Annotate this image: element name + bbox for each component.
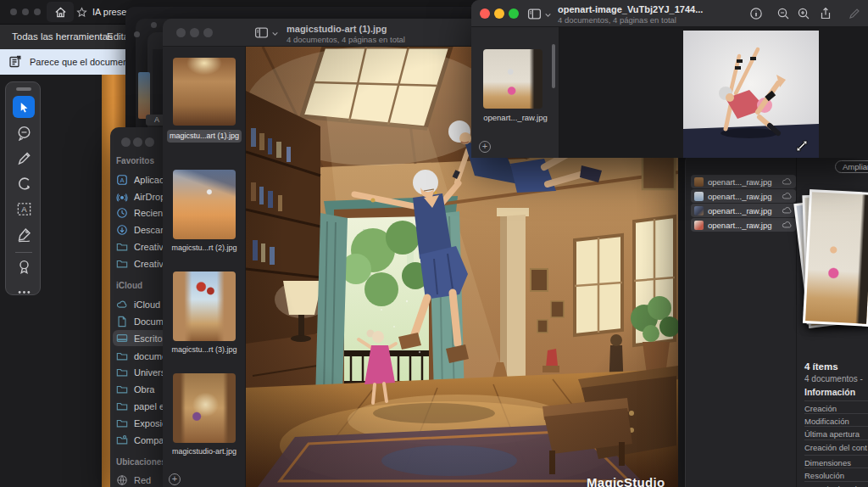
info-icon[interactable] [749,7,763,20]
file-name: openart..._raw.jpg [708,206,777,216]
info-row-creacion-contenido: Creación del cont [804,439,868,452]
comment-tool-button[interactable] [16,125,32,141]
preview-window-top: openart-image_VuTbj2YJ_1744... 4 documen… [471,0,868,158]
traffic-zoom-button[interactable] [203,28,213,37]
star-icon [76,7,87,18]
thumbnail-label[interactable]: magicstu...art (1).jpg [167,130,242,143]
stacked-photo [803,189,868,327]
zoom-out-icon[interactable] [776,7,790,20]
folder-icon [116,417,128,429]
traffic-close-button[interactable] [176,28,186,37]
traffic-close-button[interactable] [480,8,490,19]
document-icon [116,316,128,327]
folder-icon [116,383,128,395]
home-button[interactable] [47,2,74,22]
info-row-modificacion: Modificación [804,413,868,426]
thumbnail-image[interactable] [483,49,542,109]
file-name: openart..._raw.jpg [708,192,777,201]
thumbnail-image[interactable] [173,170,236,239]
add-page-button[interactable]: + [479,141,491,153]
sidebar-item-label: AirDrop [134,192,165,202]
info-row-dimensiones: Dimensiones [804,455,868,467]
desktop-icon [116,333,128,344]
cursor-arrow-icon [18,101,31,114]
info-row-creacion: Creación [804,400,868,413]
traffic-close-button[interactable] [10,8,17,15]
svg-text:A: A [120,176,124,183]
sidebar-section-ubicaciones: Ubicaciones [116,457,166,467]
icloud-status-icon [782,191,793,202]
resize-cursor-icon [795,139,809,153]
icloud-status-icon [782,176,793,188]
file-row[interactable]: openart..._raw.jpg [691,189,796,203]
traffic-minimize-button[interactable] [190,28,199,37]
preview-sidebar: magicstu...art (1).jpg magicstu...rt (2)… [163,47,246,487]
thumbnail-image[interactable] [173,271,236,341]
file-row[interactable]: openart..._raw.jpg [691,204,796,217]
file-thumbnail-icon [694,221,704,230]
chevron-down-icon[interactable] [544,11,552,19]
traffic-minimize-button[interactable] [22,8,29,15]
thumbnail-label[interactable]: magicstu...rt (3).jpg [164,345,244,354]
file-row[interactable]: openart..._raw.jpg [691,175,796,188]
markup-pencil-icon[interactable] [848,7,861,20]
thumbnail-label[interactable]: magicstu...rt (2).jpg [164,244,244,252]
desktop: IA presentación Todas las herramientas E… [0,0,868,487]
traffic-close-button[interactable] [121,137,131,147]
text-select-tool-button[interactable]: A [16,201,32,217]
thumbnail-label[interactable]: magicstudio-art.jpg [164,447,244,456]
sidebar-scrollbar[interactable] [552,44,555,88]
traffic-minimize-button[interactable] [494,8,504,19]
menu-all-tools[interactable]: Todas las herramientas [12,31,113,42]
document-suggestion-icon [8,55,22,69]
info-row-resolucion: Resolución [804,467,868,480]
file-name: openart..._raw.jpg [708,177,777,187]
shared-folder-icon [116,434,128,446]
lasso-tool-button[interactable] [16,176,32,192]
sidebar-section-icloud: iCloud [116,281,142,290]
file-thumbnail-icon [694,206,704,216]
acrobat-floating-toolbar: A [5,81,41,295]
sidebar-section-favorites: Favoritos [116,156,154,165]
traffic-zoom-button[interactable] [145,137,154,147]
traffic-zoom-button[interactable] [34,8,41,15]
add-page-button[interactable]: + [169,473,181,485]
more-tools-button[interactable] [16,284,32,300]
download-icon [116,224,128,236]
airdrop-icon [116,191,128,203]
info-row-ultima-apertura: Última apertura [804,426,868,439]
file-thumbnail-icon [694,192,704,201]
select-tool-button[interactable] [13,96,35,118]
draw-tool-button[interactable] [16,150,32,166]
file-thumbnail-icon [694,177,704,187]
folder-icon [116,241,128,253]
sidebar-item-label: Red [134,475,151,485]
info-row-espacio-color: Espacio de col [804,481,868,487]
file-name: openart..._raw.jpg [708,221,777,230]
sidebar-toggle-icon[interactable] [254,25,269,40]
finder-window-right: Ampliar... openart..._raw.jpg openart...… [685,155,868,487]
background-window-dot [134,31,140,37]
expand-button[interactable]: Ampliar... [835,160,868,173]
file-row[interactable]: openart..._raw.jpg [691,218,796,232]
app-grid-icon: A [116,174,128,186]
share-icon[interactable] [819,7,832,20]
window-title: openart-image_VuTbj2YJ_1744... [558,4,703,14]
window-subtitle: 4 documentos, 4 páginas en total [287,35,405,44]
icloud-status-icon [782,220,793,231]
toolbar-drag-handle[interactable] [16,87,31,91]
traffic-zoom-button[interactable] [509,8,519,19]
thumbnail-image[interactable] [173,58,236,126]
zoom-in-icon[interactable] [797,7,810,20]
folder-icon [116,350,128,362]
sidebar-item-label: Aplicaci [134,175,166,185]
svg-text:A: A [21,204,27,214]
signature-tool-button[interactable] [16,227,32,243]
stamp-tool-button[interactable] [16,259,32,275]
background-window-fragment [153,49,163,122]
sidebar-toggle-icon[interactable] [527,7,542,21]
thumbnail-label[interactable]: openart..._raw.jpg [475,113,556,122]
thumbnail-image[interactable] [173,373,236,443]
traffic-minimize-button[interactable] [133,137,142,147]
chevron-down-icon[interactable] [271,30,279,37]
